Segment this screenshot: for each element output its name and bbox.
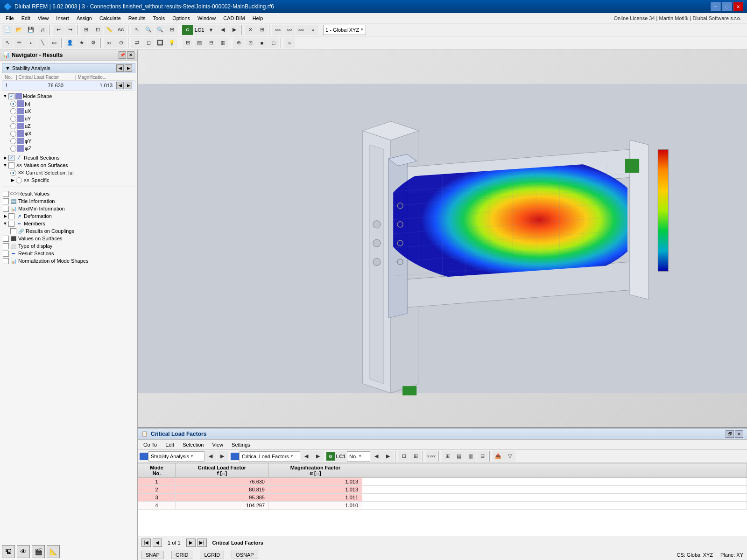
- result-sections-expand-icon[interactable]: ▶: [3, 155, 7, 160]
- menu-edit[interactable]: Edit: [18, 14, 34, 22]
- results-menu-selection[interactable]: Selection: [179, 441, 207, 448]
- page-prev-button[interactable]: ◀: [153, 539, 162, 547]
- tb-next-lc[interactable]: ▶: [229, 25, 240, 35]
- specific-expand-icon[interactable]: ▶: [10, 178, 15, 182]
- results-restore-button[interactable]: 🗗: [726, 430, 734, 438]
- tb2-m1[interactable]: ⊞: [182, 38, 193, 48]
- results-no-next[interactable]: ▶: [382, 451, 394, 462]
- nav-display-btn[interactable]: 👁: [17, 545, 30, 558]
- normalization-checkbox[interactable]: [3, 258, 9, 264]
- tb2-m2[interactable]: ▤: [194, 38, 205, 48]
- navigator-close-button[interactable]: ✕: [127, 51, 134, 59]
- normalization-item[interactable]: 📊 Normalization of Mode Shapes: [2, 257, 135, 265]
- tb2-m4[interactable]: ▥: [217, 38, 228, 48]
- values-on-surfaces-item[interactable]: ▼ XX Values on Surfaces: [2, 161, 135, 169]
- tb2-more[interactable]: »: [284, 38, 295, 48]
- mode-u-abs-item[interactable]: |u|: [9, 100, 135, 107]
- members-checkbox[interactable]: [8, 221, 14, 227]
- title-information-checkbox[interactable]: [3, 198, 9, 204]
- tb2-transparent[interactable]: □: [268, 38, 279, 48]
- tb-more[interactable]: »: [307, 25, 318, 35]
- stability-analysis-header[interactable]: ▼ Stability Analysis ◀ ▶: [2, 63, 135, 73]
- results-tb-export[interactable]: 📤: [493, 451, 504, 462]
- row-prev-button[interactable]: ◀: [116, 82, 124, 89]
- mode-phix-item[interactable]: φX: [9, 130, 135, 137]
- col-clf-header[interactable]: Critical Load Factorf [--]: [176, 463, 269, 478]
- nav-model-btn[interactable]: 🏗: [2, 545, 15, 558]
- tb-xxx3[interactable]: xxx: [296, 25, 307, 35]
- tb-open[interactable]: 📂: [14, 25, 25, 35]
- page-next-button[interactable]: ▶: [186, 539, 196, 547]
- values-on-surfaces-2-checkbox[interactable]: [3, 236, 9, 242]
- table-row[interactable]: 3 95.385 1.011: [138, 494, 747, 502]
- page-last-button[interactable]: ▶|: [197, 539, 207, 547]
- tb-print[interactable]: 🖨: [37, 25, 48, 35]
- menu-window[interactable]: Window: [194, 14, 219, 22]
- result-sections-checkbox[interactable]: [8, 155, 14, 161]
- results-on-couplings-item[interactable]: 🔗 Results on Couplings: [9, 227, 135, 235]
- values-on-surfaces-2-item[interactable]: ⬛ Values on Surfaces: [2, 235, 135, 242]
- page-first-button[interactable]: |◀: [141, 539, 151, 547]
- menu-view[interactable]: View: [34, 14, 53, 22]
- tb2-render[interactable]: 🔲: [155, 38, 166, 48]
- mode-phiz-radio[interactable]: [10, 146, 16, 152]
- tb-xxx1[interactable]: xxx: [272, 25, 283, 35]
- result-sections-2-item[interactable]: ━ Result Sections: [2, 250, 135, 257]
- maxmin-information-checkbox[interactable]: [3, 206, 9, 212]
- mode-uy-radio[interactable]: [10, 116, 16, 122]
- nav-video-btn[interactable]: 🎬: [32, 545, 45, 558]
- results-tb-xxx1[interactable]: x.xxx: [426, 451, 437, 462]
- menu-options[interactable]: Options: [169, 14, 194, 22]
- tb2-target[interactable]: ⊙: [115, 38, 127, 48]
- mode-phiz-item[interactable]: φZ: [9, 145, 135, 152]
- tb-snap[interactable]: ⊡: [92, 25, 103, 35]
- tb-new[interactable]: 📄: [2, 25, 13, 35]
- deformation-checkbox[interactable]: [8, 213, 14, 219]
- tb2-wire[interactable]: ⊡: [245, 38, 256, 48]
- results-tb-next[interactable]: ▶: [217, 451, 228, 462]
- navigator-pin-button[interactable]: 📌: [119, 51, 126, 59]
- tb-sc[interactable]: SC: [115, 25, 127, 35]
- current-selection-item[interactable]: XX Current Selection: |u|: [9, 169, 135, 176]
- results-tb-prev[interactable]: ◀: [205, 451, 216, 462]
- mode-uz-item[interactable]: uZ: [9, 122, 135, 130]
- close-button[interactable]: ✕: [733, 2, 743, 11]
- results-tb-select2[interactable]: ⊞: [410, 451, 421, 462]
- results-no-dropdown[interactable]: No. ▼: [347, 451, 370, 462]
- tb-xxx2[interactable]: xxx: [284, 25, 295, 35]
- results-lc-label[interactable]: LC1: [335, 451, 346, 462]
- tb2-person[interactable]: 👤: [64, 38, 76, 48]
- mode-ux-radio[interactable]: [10, 108, 16, 114]
- tb2-line[interactable]: ╲: [37, 38, 48, 48]
- mode-shape-expand-icon[interactable]: ▼: [3, 94, 7, 98]
- results-no-prev[interactable]: ◀: [371, 451, 382, 462]
- tb-zoom-out[interactable]: 🔍: [155, 25, 166, 35]
- mode-phiy-radio[interactable]: [10, 138, 16, 144]
- values-on-surfaces-expand-icon[interactable]: ▼: [3, 163, 7, 168]
- tb2-cube[interactable]: ◻: [143, 38, 154, 48]
- snap-button[interactable]: SNAP: [141, 551, 164, 559]
- menu-file[interactable]: File: [2, 14, 18, 22]
- mode-uy-item[interactable]: uY: [9, 115, 135, 122]
- tb2-pencil[interactable]: ✏: [14, 38, 25, 48]
- results-lc-green[interactable]: G: [326, 452, 335, 461]
- results-tb-filter[interactable]: ▽: [504, 451, 515, 462]
- mode-shape-checkbox[interactable]: [8, 93, 14, 99]
- tb2-axis[interactable]: ⊕: [233, 38, 244, 48]
- tb2-m3[interactable]: ⊟: [205, 38, 217, 48]
- tb2-xx1[interactable]: xx: [104, 38, 115, 48]
- tb2-gear[interactable]: ⚙: [88, 38, 99, 48]
- table-row[interactable]: 1 76.630 1.013: [138, 478, 747, 486]
- tb-lc1-label[interactable]: LC1: [194, 25, 205, 35]
- maxmin-information-item[interactable]: 📊 Max/Min Information: [2, 205, 135, 212]
- maximize-button[interactable]: □: [722, 2, 732, 11]
- table-row[interactable]: 2 80.819 1.013: [138, 486, 747, 494]
- deformation-expand-icon[interactable]: ▶: [3, 214, 7, 218]
- mode-u-abs-radio[interactable]: [10, 101, 16, 107]
- mode-ux-item[interactable]: uX: [9, 107, 135, 115]
- tb-select[interactable]: ↖: [131, 25, 142, 35]
- specific-item[interactable]: ▶ XX Specific: [9, 176, 135, 184]
- results-menu-view[interactable]: View: [208, 441, 227, 448]
- current-selection-radio[interactable]: [10, 170, 16, 176]
- results-menu-goto[interactable]: Go To: [140, 441, 161, 448]
